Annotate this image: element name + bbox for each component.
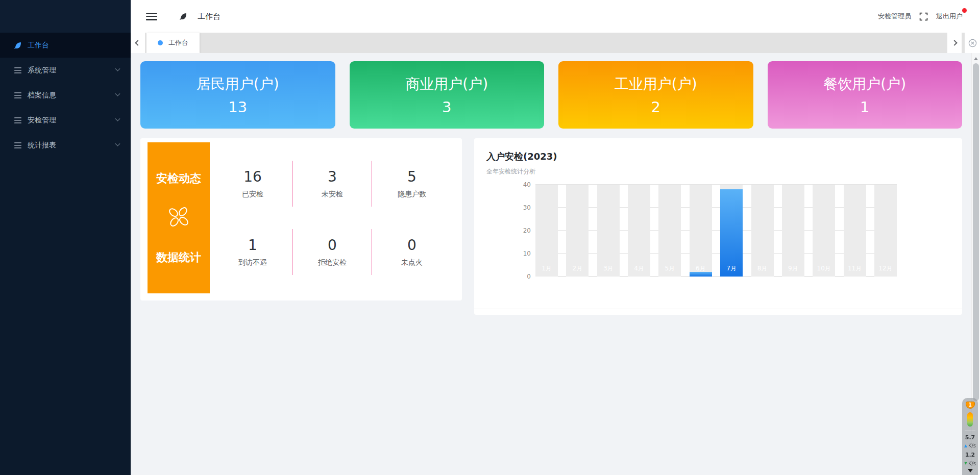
safety-stats-grid: 16已安检3未安检5隐患户数1到访不遇0拒绝安检0未点火 <box>210 142 455 293</box>
chevron-right-icon <box>951 40 957 45</box>
chevron-left-icon <box>135 40 140 45</box>
sidebar-logo-area <box>0 0 131 33</box>
logout-button[interactable]: 退出用户 <box>936 12 963 21</box>
chevron-down-icon <box>115 91 120 96</box>
sidebar-item-label: 工作台 <box>28 41 49 50</box>
leaf-icon <box>179 12 188 20</box>
stat-card-value: 1 <box>860 98 869 116</box>
safety-stat-value: 0 <box>292 237 372 254</box>
list-icon <box>13 141 22 149</box>
safety-stat-value: 1 <box>213 237 292 254</box>
stat-cards-row: 居民用户(户)13商业用户(户)3工业用户(户)2餐饮用户(户)1 <box>140 61 962 129</box>
sidebar-menu: 工作台系统管理档案信息安检管理统计报表 <box>0 33 131 158</box>
safety-stat-value: 0 <box>372 237 452 254</box>
stat-card-resident[interactable]: 居民用户(户)13 <box>140 61 335 129</box>
bar-chart-plot: 0102030401月2月3月4月5月6月7月8月9月10月11月12月 <box>535 185 897 277</box>
safety-stat-refused: 0拒绝安检 <box>292 237 372 267</box>
x-axis-label: 2月 <box>566 264 589 273</box>
bar-11月[interactable]: 11月 <box>844 185 866 277</box>
stat-card-value: 13 <box>228 98 247 116</box>
bar-placeholder <box>566 185 589 277</box>
bar-placeholder <box>535 185 558 277</box>
sidebar: 工作台系统管理档案信息安检管理统计报表 <box>0 0 131 475</box>
list-icon <box>13 116 22 124</box>
widget-collapse-caret-icon[interactable] <box>968 469 973 475</box>
bar-1月[interactable]: 1月 <box>535 185 558 277</box>
x-axis-label: 7月 <box>720 264 743 273</box>
top-header: 工作台 安检管理员 退出用户 <box>131 0 980 33</box>
speed-gauge <box>967 412 973 427</box>
tab-scroll-right-button[interactable] <box>947 33 962 53</box>
bar-3月[interactable]: 3月 <box>597 185 620 277</box>
bar-placeholder <box>658 185 681 277</box>
bar-value <box>720 189 743 277</box>
tab-workbench[interactable]: 工作台 <box>146 33 200 53</box>
list-icon <box>13 91 22 99</box>
bar-10月[interactable]: 10月 <box>813 185 835 277</box>
sidebar-item-label: 安检管理 <box>28 116 56 125</box>
bar-placeholder <box>782 185 804 277</box>
bar-9月[interactable]: 9月 <box>782 185 804 277</box>
x-axis-label: 3月 <box>597 264 620 273</box>
speed-monitor-widget[interactable]: 1 5.7 K/s 1.2 K/s <box>962 398 978 475</box>
sidebar-item-label: 统计报表 <box>28 141 56 150</box>
y-axis-tick: 30 <box>523 204 535 211</box>
bar-8月[interactable]: 8月 <box>751 185 774 277</box>
tab-label: 工作台 <box>168 38 188 47</box>
x-axis-label: 6月 <box>690 264 712 273</box>
fullscreen-icon[interactable] <box>919 12 928 21</box>
safety-stat-label: 未点火 <box>372 258 452 267</box>
x-axis-label: 8月 <box>751 264 774 273</box>
safety-stat-hazard: 5隐患户数 <box>372 168 452 199</box>
bar-4月[interactable]: 4月 <box>628 185 650 277</box>
sidebar-item-inspection[interactable]: 安检管理 <box>0 108 131 133</box>
sidebar-item-label: 档案信息 <box>28 91 56 100</box>
upload-unit-text: K/s <box>968 443 976 448</box>
x-axis-label: 9月 <box>782 264 804 273</box>
download-speed-unit: K/s <box>964 460 976 466</box>
chart-subtitle: 全年安检统计分析 <box>486 167 950 176</box>
safety-stat-label: 到访不遇 <box>213 258 292 267</box>
sidebar-item-system[interactable]: 系统管理 <box>0 58 131 83</box>
bar-placeholder <box>628 185 650 277</box>
scrollbar-up-arrow-icon[interactable] <box>974 55 978 60</box>
bar-6月[interactable]: 6月 <box>690 185 712 277</box>
safety-stat-value: 16 <box>213 168 292 185</box>
sidebar-item-reports[interactable]: 统计报表 <box>0 133 131 158</box>
close-tabs-button[interactable] <box>965 33 980 53</box>
app-root: 工作台系统管理档案信息安检管理统计报表 工作台 安检管理员 退出用户 <box>0 0 980 475</box>
hamburger-icon[interactable] <box>146 13 157 20</box>
bar-placeholder <box>597 185 620 277</box>
y-axis-tick: 40 <box>523 181 535 188</box>
scrollbar-thumb[interactable] <box>973 63 979 401</box>
stat-card-commercial[interactable]: 商业用户(户)3 <box>350 61 545 129</box>
bar-7月[interactable]: 7月 <box>720 185 743 277</box>
page-title-text: 工作台 <box>198 12 220 21</box>
safety-stat-value: 5 <box>372 168 452 185</box>
tab-scroll-left-button[interactable] <box>131 33 145 53</box>
stat-card-industrial[interactable]: 工业用户(户)2 <box>558 61 753 129</box>
sidebar-item-archives[interactable]: 档案信息 <box>0 83 131 108</box>
y-axis-tick: 0 <box>527 273 535 280</box>
circle-close-icon <box>968 39 977 47</box>
chevron-down-icon <box>115 116 120 121</box>
shield-icon[interactable]: 1 <box>966 402 975 409</box>
stat-card-title: 工业用户(户) <box>615 74 697 94</box>
safety-banner: 安检动态 数据统计 <box>148 142 210 293</box>
arrow-down-icon <box>964 462 967 466</box>
x-axis-label: 12月 <box>874 264 897 273</box>
safety-stat-unlit: 0未点火 <box>372 237 452 267</box>
x-axis-label: 4月 <box>628 264 650 273</box>
stat-card-catering[interactable]: 餐饮用户(户)1 <box>768 61 963 129</box>
bar-5月[interactable]: 5月 <box>658 185 681 277</box>
bar-12月[interactable]: 12月 <box>874 185 897 277</box>
main-content: 居民用户(户)13商业用户(户)3工业用户(户)2餐饮用户(户)1 安检动态 <box>131 53 980 475</box>
safety-stat-absent: 1到访不遇 <box>213 237 292 267</box>
current-user-name: 安检管理员 <box>878 12 911 21</box>
sidebar-item-workbench[interactable]: 工作台 <box>0 33 131 58</box>
stat-card-value: 2 <box>651 98 660 116</box>
bar-2月[interactable]: 2月 <box>566 185 589 277</box>
chart-divider <box>474 309 962 309</box>
widget-divider <box>965 431 975 431</box>
safety-stat-label: 已安检 <box>213 190 292 199</box>
